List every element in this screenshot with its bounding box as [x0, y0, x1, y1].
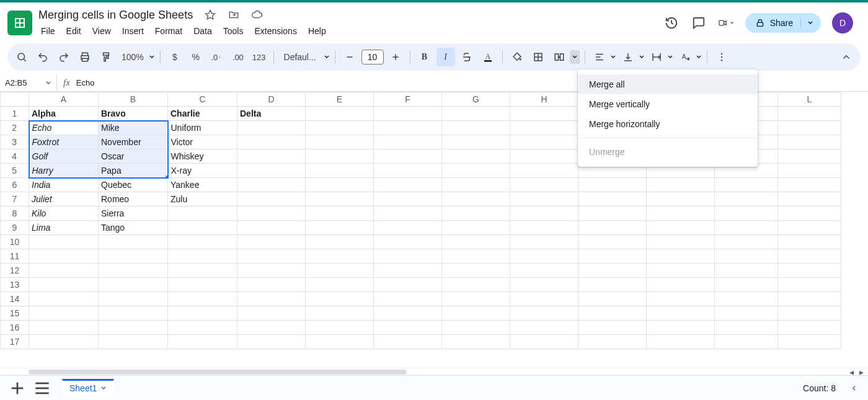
- cell[interactable]: [510, 135, 578, 149]
- sheets-logo-icon[interactable]: [7, 11, 32, 35]
- row-header[interactable]: 6: [1, 178, 29, 192]
- cell[interactable]: [510, 221, 578, 235]
- merge-option-merge-horizontally[interactable]: Merge horizontally: [578, 114, 758, 134]
- cell[interactable]: [715, 264, 778, 278]
- cell[interactable]: [29, 264, 99, 278]
- row-header[interactable]: 9: [1, 221, 29, 235]
- meet-icon[interactable]: [718, 15, 734, 31]
- row-header[interactable]: 15: [1, 306, 29, 321]
- cell[interactable]: [237, 321, 306, 335]
- cell[interactable]: [647, 192, 715, 207]
- cell[interactable]: India: [29, 178, 99, 192]
- star-icon[interactable]: [202, 6, 219, 24]
- cell[interactable]: [647, 249, 715, 264]
- more-tools-icon[interactable]: [712, 48, 731, 66]
- cell[interactable]: [29, 278, 99, 292]
- cell[interactable]: [778, 249, 841, 264]
- menu-data[interactable]: Data: [188, 24, 217, 38]
- cell[interactable]: [578, 249, 647, 264]
- borders-icon[interactable]: [529, 48, 547, 66]
- row-header[interactable]: 8: [1, 207, 29, 221]
- cell[interactable]: [510, 178, 578, 192]
- cell[interactable]: [306, 221, 374, 235]
- cell[interactable]: [99, 249, 168, 264]
- percent-icon[interactable]: %: [187, 48, 205, 66]
- cell[interactable]: [237, 306, 306, 321]
- cell[interactable]: [237, 264, 306, 278]
- cell[interactable]: [578, 321, 647, 335]
- cell[interactable]: [306, 192, 374, 207]
- cell[interactable]: [29, 335, 99, 349]
- cell[interactable]: [578, 221, 647, 235]
- cell[interactable]: [647, 306, 715, 321]
- column-header[interactable]: G: [442, 92, 510, 107]
- cell[interactable]: [778, 164, 841, 178]
- cell[interactable]: [442, 221, 510, 235]
- row-header[interactable]: 12: [1, 264, 29, 278]
- cell[interactable]: [99, 335, 168, 349]
- cell[interactable]: [374, 221, 442, 235]
- cell[interactable]: [29, 306, 99, 321]
- menu-insert[interactable]: Insert: [117, 24, 149, 38]
- cell[interactable]: [306, 235, 374, 249]
- cell[interactable]: Zulu: [168, 192, 237, 207]
- row-header[interactable]: 17: [1, 335, 29, 349]
- cell[interactable]: [647, 235, 715, 249]
- cell[interactable]: [237, 192, 306, 207]
- cell[interactable]: [374, 235, 442, 249]
- cell[interactable]: November: [99, 135, 168, 149]
- font-size-input[interactable]: 10: [361, 50, 384, 64]
- history-icon[interactable]: [663, 15, 680, 31]
- column-header[interactable]: L: [778, 92, 841, 107]
- cell[interactable]: [29, 249, 99, 264]
- cell[interactable]: [237, 221, 306, 235]
- cell[interactable]: [99, 306, 168, 321]
- currency-icon[interactable]: $: [166, 48, 184, 66]
- share-button[interactable]: Share: [745, 13, 821, 33]
- column-header[interactable]: A: [29, 92, 99, 107]
- chevron-down-icon[interactable]: [100, 385, 107, 391]
- cell[interactable]: [510, 264, 578, 278]
- cell[interactable]: [442, 278, 510, 292]
- cell[interactable]: [237, 235, 306, 249]
- print-icon[interactable]: [76, 48, 94, 66]
- cell[interactable]: [442, 121, 510, 135]
- cell[interactable]: [306, 335, 374, 349]
- menu-extensions[interactable]: Extensions: [249, 24, 301, 38]
- cell[interactable]: [778, 192, 841, 207]
- cell[interactable]: Mike: [99, 121, 168, 135]
- cell[interactable]: [237, 249, 306, 264]
- select-all-corner[interactable]: [1, 92, 29, 107]
- cloud-status-icon[interactable]: [249, 6, 266, 24]
- cell[interactable]: [168, 264, 237, 278]
- cell[interactable]: [374, 264, 442, 278]
- cell[interactable]: [778, 335, 841, 349]
- cell[interactable]: [306, 321, 374, 335]
- cell[interactable]: [374, 207, 442, 221]
- cell[interactable]: [510, 235, 578, 249]
- cell[interactable]: [647, 278, 715, 292]
- cell[interactable]: [510, 321, 578, 335]
- cell[interactable]: [647, 292, 715, 306]
- zoom-select[interactable]: 100%: [118, 52, 155, 62]
- cell[interactable]: [715, 292, 778, 306]
- cell[interactable]: [237, 164, 306, 178]
- cell[interactable]: [374, 249, 442, 264]
- cell[interactable]: [647, 207, 715, 221]
- cell[interactable]: [715, 221, 778, 235]
- row-header[interactable]: 7: [1, 192, 29, 207]
- menu-view[interactable]: View: [87, 24, 116, 38]
- cell[interactable]: Victor: [168, 135, 237, 149]
- cell[interactable]: [778, 207, 841, 221]
- column-header[interactable]: D: [237, 92, 306, 107]
- cell[interactable]: [374, 335, 442, 349]
- cell[interactable]: [510, 207, 578, 221]
- collapse-toolbar-icon[interactable]: [837, 48, 856, 66]
- menu-file[interactable]: File: [36, 24, 60, 38]
- cell[interactable]: Oscar: [99, 149, 168, 164]
- cell[interactable]: Whiskey: [168, 149, 237, 164]
- cell[interactable]: [374, 135, 442, 149]
- column-header[interactable]: F: [374, 92, 442, 107]
- cell[interactable]: [306, 121, 374, 135]
- cell[interactable]: Kilo: [29, 207, 99, 221]
